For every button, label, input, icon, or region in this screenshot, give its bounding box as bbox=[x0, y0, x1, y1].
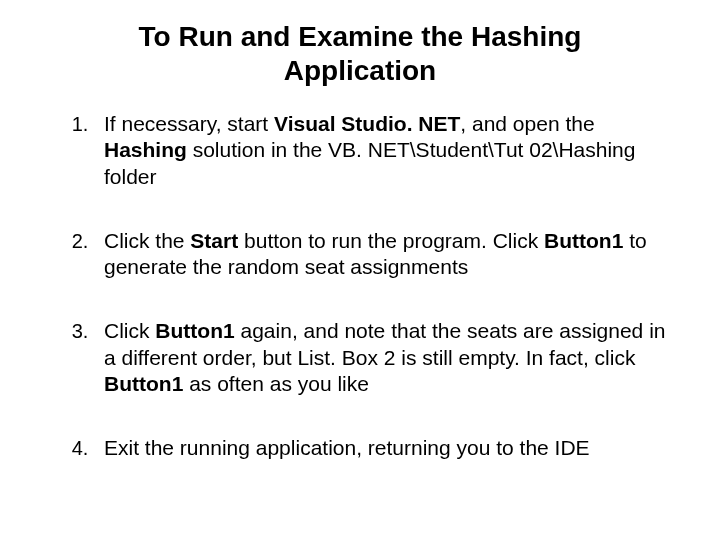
step-item: Click Button1 again, and note that the s… bbox=[94, 318, 680, 397]
bold-text: Start bbox=[190, 229, 238, 252]
text: Click bbox=[104, 319, 155, 342]
text: If necessary, start bbox=[104, 112, 274, 135]
steps-list: If necessary, start Visual Studio. NET, … bbox=[40, 111, 680, 461]
step-item: Click the Start button to run the progra… bbox=[94, 228, 680, 281]
bold-text: Hashing bbox=[104, 138, 187, 161]
slide-title: To Run and Examine the Hashing Applicati… bbox=[80, 20, 640, 87]
text: Exit the running application, returning … bbox=[104, 436, 590, 459]
bold-text: Visual Studio. NET bbox=[274, 112, 460, 135]
text: as often as you like bbox=[183, 372, 369, 395]
bold-text: Button1 bbox=[544, 229, 623, 252]
step-item: If necessary, start Visual Studio. NET, … bbox=[94, 111, 680, 190]
step-item: Exit the running application, returning … bbox=[94, 435, 680, 461]
text: button to run the program. Click bbox=[238, 229, 544, 252]
slide: To Run and Examine the Hashing Applicati… bbox=[0, 0, 720, 540]
bold-text: Button1 bbox=[155, 319, 234, 342]
text: Click the bbox=[104, 229, 190, 252]
bold-text: Button1 bbox=[104, 372, 183, 395]
text: , and open the bbox=[460, 112, 594, 135]
